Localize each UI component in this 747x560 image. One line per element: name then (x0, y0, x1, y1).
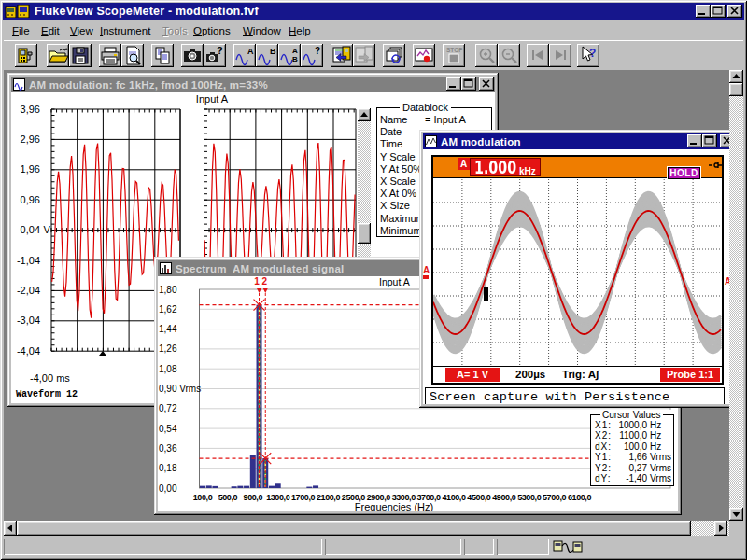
menu-help[interactable]: Help (289, 23, 311, 38)
scope-channel-marker-left: A (423, 265, 430, 279)
waveform-maximize-button[interactable] (461, 77, 476, 91)
stop-button[interactable]: STOP (443, 44, 465, 67)
svg-text:-3,04: -3,04 (17, 315, 40, 326)
save-file-button[interactable] (69, 44, 92, 67)
last-screen-button[interactable] (549, 44, 571, 67)
cursor-row-unit: Vrms (650, 463, 671, 473)
menu-file[interactable]: File (12, 23, 30, 38)
zoom-in-button[interactable] (475, 44, 498, 67)
svg-text:1,08: 1,08 (159, 364, 177, 374)
first-screen-button[interactable] (527, 44, 549, 67)
scope-plot-area[interactable] (433, 179, 722, 366)
mdi-vertical-scrollbar[interactable] (729, 70, 743, 521)
mdi-scroll-right-button[interactable] (714, 521, 727, 536)
svg-text:1,96: 1,96 (21, 163, 40, 175)
cursor-row-unit: Hz (650, 441, 661, 452)
open-file-button[interactable] (47, 44, 69, 67)
mdi-scroll-left-button[interactable] (4, 521, 17, 536)
scope-window[interactable]: AM modulation A (419, 130, 743, 408)
svg-text:B: B (292, 55, 298, 63)
svg-text:0,90 Vrms: 0,90 Vrms (159, 384, 201, 394)
datablock-label: Name (380, 114, 407, 125)
waveform-b-icon: B (257, 45, 277, 66)
menu-options[interactable]: Options (193, 23, 231, 38)
svg-text:4100,0: 4100,0 (442, 493, 466, 502)
screen-capture-button[interactable] (181, 44, 204, 67)
transfer-to-instrument-button[interactable] (353, 44, 375, 67)
cursor-row-value: 1,66 (591, 452, 647, 462)
cursor-row-unit: Hz (650, 430, 661, 441)
app-maximize-button[interactable] (711, 5, 726, 18)
menu-instrument[interactable]: Instrument (100, 23, 150, 38)
transfer-to-instrument-icon (354, 45, 374, 66)
app-close-button[interactable] (727, 5, 742, 18)
print-preview-button[interactable] (121, 44, 144, 67)
status-panel-2 (325, 539, 461, 555)
app-title-bar[interactable]: FlukeView ScopeMeter - modulation.fvf (3, 3, 744, 20)
read-waveform-ab-button[interactable]: A B (278, 44, 301, 67)
scope-channel-badge: A (458, 158, 470, 170)
first-screen-icon (528, 45, 548, 66)
scope-minimize-button[interactable] (687, 134, 702, 147)
menu-tools[interactable]: Tools (162, 23, 188, 38)
scope-caption-bar: Screen capture with Persistence (425, 387, 725, 404)
scope-caption: Screen capture with Persistence (430, 390, 669, 404)
scope-trigger-label: Trig: A∫ (562, 369, 599, 380)
waveform-ab-icon: A B (279, 45, 300, 66)
print-preview-icon (122, 45, 143, 66)
plot-cursor-button[interactable] (413, 44, 435, 67)
app-minimize-button[interactable] (696, 5, 711, 18)
screen-capture-options-button[interactable]: ? (204, 44, 226, 67)
connect-instrument-button[interactable] (15, 44, 37, 67)
datablock-label: Y Scale (380, 151, 416, 162)
context-help-button[interactable]: ? (577, 44, 599, 67)
mdi-hscroll-thumb[interactable] (17, 521, 691, 536)
waveform-window-title-bar[interactable]: AM modulation: fc 1kHz, fmod 100Hz, m=33… (11, 77, 495, 92)
waveform-window-title: AM modulation: fc 1kHz, fmod 100Hz, m=33… (29, 79, 268, 91)
scope-probe-label: Probe 1:1 (660, 368, 720, 382)
mdi-scroll-up-button[interactable] (729, 70, 743, 83)
read-waveform-b-button[interactable]: B (256, 44, 278, 67)
svg-text:2,96: 2,96 (21, 133, 40, 145)
menu-edit[interactable]: Edit (41, 23, 60, 38)
cursor-row-unit: Hz (650, 420, 661, 430)
zoom-out-button[interactable] (498, 44, 520, 67)
svg-text:900,0: 900,0 (244, 493, 263, 502)
waveform-minimize-button[interactable] (446, 77, 461, 91)
instrument-icon (16, 45, 36, 66)
application-window: FlukeView ScopeMeter - modulation.fvf Fi… (0, 0, 747, 560)
status-panel-3 (464, 539, 494, 555)
scope-window-icon (425, 135, 437, 147)
mdi-horizontal-scrollbar[interactable] (4, 521, 729, 536)
waveform-a-icon: A (234, 45, 255, 66)
cursor-values-panel: Cursor Values X1:1000,0Hz X2:1100,0Hz dX… (590, 410, 674, 486)
cursor-values-title: Cursor Values (600, 410, 663, 420)
scope-window-title-bar[interactable]: AM modulation (423, 133, 740, 149)
printer-icon (100, 45, 120, 66)
svg-text:-2,04: -2,04 (17, 285, 40, 296)
scope-grid (433, 179, 722, 366)
mdi-vscroll-thumb[interactable] (729, 83, 743, 96)
menu-view[interactable]: View (70, 23, 93, 38)
cursor-row-value: -1,40 (591, 473, 647, 483)
menu-window[interactable]: Window (243, 23, 281, 38)
scope-maximize-button[interactable] (702, 134, 717, 147)
svg-text:2100,0: 2100,0 (317, 493, 341, 502)
waveform-scroll-up-button[interactable] (358, 108, 371, 121)
stop-icon: STOP (444, 45, 464, 66)
copy-button[interactable] (151, 44, 174, 67)
waveform-scroll-thumb[interactable] (358, 223, 371, 244)
mdi-scroll-down-button[interactable] (729, 508, 743, 521)
svg-text:500,0: 500,0 (218, 493, 238, 502)
print-button[interactable] (99, 44, 121, 67)
scope-window-title: AM modulation (441, 136, 521, 147)
svg-text:1: 1 (254, 276, 260, 287)
read-waveform-options-button[interactable]: ? (301, 44, 323, 67)
camera-icon (182, 45, 203, 66)
svg-text:0,18: 0,18 (159, 463, 177, 473)
transfer-to-pc-button[interactable] (331, 44, 353, 67)
replay-screens-button[interactable] (383, 44, 405, 67)
zoom-in-icon (476, 45, 497, 66)
waveform-close-button[interactable] (479, 77, 494, 91)
read-waveform-a-button[interactable]: A (233, 44, 256, 67)
